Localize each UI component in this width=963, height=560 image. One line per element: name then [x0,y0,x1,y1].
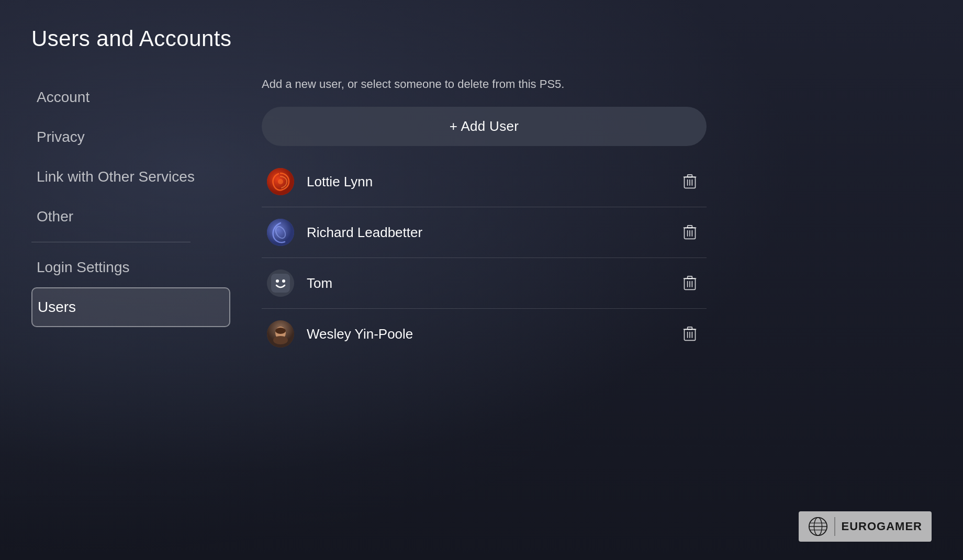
sidebar: Account Privacy Link with Other Services… [31,77,230,539]
user-name-tom: Tom [307,275,666,292]
svg-rect-22 [688,276,692,278]
sidebar-item-account[interactable]: Account [31,77,230,117]
trash-icon-richard [682,225,697,240]
page-title: Users and Accounts [31,26,932,51]
svg-point-28 [273,336,288,344]
sidebar-divider [31,242,191,242]
avatar-tom-icon [267,270,294,297]
svg-rect-4 [688,175,692,177]
user-item-lottie[interactable]: Lottie Lynn [262,156,707,207]
trash-icon-wesley [682,327,697,341]
avatar-lottie [267,168,294,195]
svg-rect-32 [688,327,692,329]
user-name-wesley: Wesley Yin-Poole [307,326,666,342]
user-list: Lottie Lynn [262,156,707,359]
page-container: Users and Accounts Account Privacy Link … [0,0,963,560]
avatar-tom [267,270,294,297]
svg-rect-12 [688,226,692,228]
user-item-richard[interactable]: Richard Leadbetter [262,207,707,258]
add-user-button[interactable]: + Add User [262,107,707,146]
svg-point-18 [276,279,279,283]
svg-point-19 [282,279,285,283]
trash-icon-tom [682,276,697,290]
avatar-richard-icon [267,219,294,246]
delete-button-wesley[interactable] [678,322,701,345]
user-item-tom[interactable]: Tom [262,258,707,309]
sidebar-item-other[interactable]: Other [31,197,230,237]
trash-icon-lottie [682,174,697,189]
user-name-richard: Richard Leadbetter [307,225,666,241]
user-item-wesley[interactable]: Wesley Yin-Poole [262,309,707,359]
add-user-label: + Add User [450,118,519,135]
sidebar-item-login-settings[interactable]: Login Settings [31,248,230,287]
sidebar-item-users[interactable]: Users [31,287,230,327]
delete-button-tom[interactable] [678,272,701,295]
content-area: Account Privacy Link with Other Services… [31,77,932,539]
avatar-richard [267,219,294,246]
avatar-wesley [267,320,294,348]
svg-point-29 [275,328,286,334]
sidebar-item-privacy[interactable]: Privacy [31,117,230,157]
main-content: Add a new user, or select someone to del… [230,77,932,539]
delete-button-richard[interactable] [678,221,701,244]
user-name-lottie: Lottie Lynn [307,174,666,190]
delete-button-lottie[interactable] [678,170,701,193]
svg-point-1 [278,179,283,184]
description-text: Add a new user, or select someone to del… [262,77,900,91]
avatar-lottie-icon [267,168,294,195]
sidebar-item-link-with-other-services[interactable]: Link with Other Services [31,157,230,197]
avatar-wesley-icon [267,320,294,348]
svg-rect-17 [271,274,290,293]
